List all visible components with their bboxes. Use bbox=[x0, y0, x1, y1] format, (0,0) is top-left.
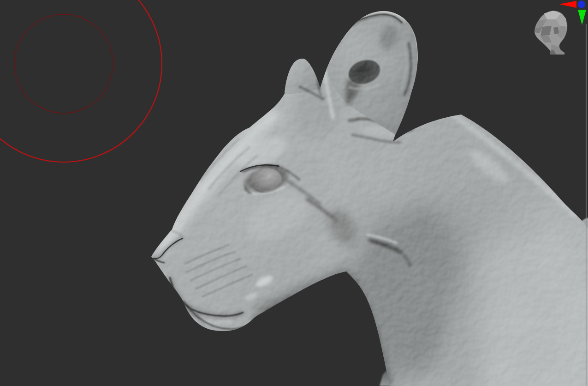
canvas-edge-line bbox=[586, 24, 587, 386]
sculpt-viewport[interactable] bbox=[0, 0, 588, 386]
z-axis-dot[interactable] bbox=[578, 0, 585, 8]
